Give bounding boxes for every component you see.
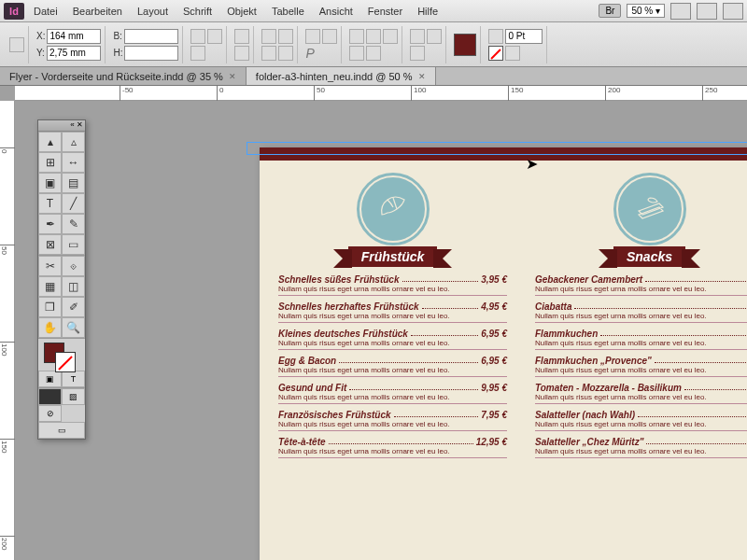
flip-h-icon[interactable] xyxy=(261,46,276,61)
menu-objekt[interactable]: Objekt xyxy=(219,3,264,20)
wrap-next-icon[interactable] xyxy=(366,46,381,61)
wrap-shape-icon[interactable] xyxy=(383,29,398,44)
stroke-weight-field[interactable] xyxy=(505,29,543,44)
zoom-tool[interactable]: 🔍 xyxy=(62,317,85,338)
x-field[interactable] xyxy=(47,29,101,44)
h-field[interactable] xyxy=(124,46,178,61)
document-tab[interactable]: Flyer - Vorderseite und Rückseite.indd @… xyxy=(0,67,247,85)
pencil-tool[interactable]: ✎ xyxy=(62,214,85,234)
item-desc: Nullam quis risus eget urna mollis ornar… xyxy=(535,393,747,401)
scale-link-icon[interactable] xyxy=(207,29,222,44)
scale-x-icon[interactable] xyxy=(190,29,205,44)
stroke-none-icon[interactable] xyxy=(488,46,503,61)
close-icon[interactable]: ✕ xyxy=(229,72,236,81)
hand-tool[interactable]: ✋ xyxy=(38,317,62,338)
apply-gradient-icon[interactable]: ▨ xyxy=(62,388,85,405)
wrap-jump-icon[interactable] xyxy=(349,46,364,61)
gradient-swatch-tool[interactable]: ▦ xyxy=(38,276,62,297)
reference-point-icon[interactable] xyxy=(9,37,24,52)
menu-ansicht[interactable]: Ansicht xyxy=(312,3,360,20)
item-price: 7,95 € xyxy=(481,410,507,420)
content-icon[interactable] xyxy=(322,29,337,44)
rectangle-tool[interactable]: ▭ xyxy=(62,234,85,255)
wrap-none-icon[interactable] xyxy=(349,29,364,44)
rotate-cw-icon[interactable] xyxy=(261,29,276,44)
gradient-feather-tool[interactable]: ◫ xyxy=(62,276,85,297)
section-title: Snacks xyxy=(613,246,685,267)
arrange-icon[interactable] xyxy=(723,3,743,20)
y-field[interactable] xyxy=(47,46,101,61)
stroke-style-icon[interactable] xyxy=(505,46,520,61)
w-field[interactable] xyxy=(124,29,178,44)
menu-item: Französisches Frühstück7,95 €Nullam quis… xyxy=(278,410,507,431)
close-icon[interactable]: ✕ xyxy=(418,72,426,81)
scissors-tool[interactable]: ✂ xyxy=(38,256,62,276)
fill-swatch[interactable] xyxy=(454,34,476,56)
paragraph-style-icon[interactable]: P xyxy=(305,46,314,61)
shear-icon[interactable] xyxy=(234,46,249,61)
selection-tool[interactable]: ▴ xyxy=(38,132,62,152)
apply-color-icon[interactable] xyxy=(38,388,62,405)
stroke-color-icon[interactable] xyxy=(55,352,76,372)
item-desc: Nullam quis risus eget urna mollis ornar… xyxy=(278,366,507,374)
opacity-icon[interactable] xyxy=(410,46,425,61)
container-icon[interactable] xyxy=(305,29,320,44)
w-label: B: xyxy=(113,31,121,41)
document-tab[interactable]: folder-a3-hinten_neu.indd @ 50 %✕ xyxy=(247,67,436,85)
section-title: Frühstück xyxy=(348,246,438,267)
rectangle-frame-tool[interactable]: ⊠ xyxy=(38,234,62,255)
menu-bearbeiten[interactable]: Bearbeiten xyxy=(65,3,130,20)
tools-panel: « ✕ ▴ ▵ ⊞ ↔ ▣ ▤ T ╱ ✒ ✎ ⊠ ▭ ✂ ⟐ ▦ ◫ ❐ ✐ … xyxy=(37,119,86,440)
fill-stroke-swatch[interactable] xyxy=(38,339,85,371)
panel-grip[interactable]: « ✕ xyxy=(38,120,85,132)
free-transform-tool[interactable]: ⟐ xyxy=(62,256,85,276)
zoom-field[interactable]: 50 % ▾ xyxy=(627,4,665,18)
rotate-ccw-icon[interactable] xyxy=(278,29,293,44)
menu-column-left: Frühstück Schnelles süßes Frühstück3,95 … xyxy=(278,175,507,464)
item-name: Gesund und Fit xyxy=(278,383,346,393)
type-tool[interactable]: T xyxy=(38,193,62,214)
stroke-weight-icon xyxy=(488,29,503,44)
item-price: 9,95 € xyxy=(481,383,507,393)
pen-tool[interactable]: ✒ xyxy=(38,214,62,234)
note-tool[interactable]: ❐ xyxy=(38,297,62,317)
item-desc: Nullam quis risus eget urna mollis ornar… xyxy=(278,312,507,320)
ruler-horizontal[interactable]: -50050100150200250 xyxy=(15,86,747,101)
wrap-bound-icon[interactable] xyxy=(366,29,381,44)
selection-frame[interactable] xyxy=(247,142,747,155)
scale-y-icon[interactable] xyxy=(190,46,205,61)
menu-tabelle[interactable]: Tabelle xyxy=(264,3,312,20)
item-price: 6,95 € xyxy=(481,329,507,339)
bridge-button[interactable]: Br xyxy=(599,4,621,18)
workspace[interactable]: « ✕ ▴ ▵ ⊞ ↔ ▣ ▤ T ╱ ✒ ✎ ⊠ ▭ ✂ ⟐ ▦ ◫ ❐ ✐ … xyxy=(15,101,747,560)
flip-v-icon[interactable] xyxy=(278,46,293,61)
menu-datei[interactable]: Datei xyxy=(26,3,65,20)
ruler-vertical[interactable]: 050100150200 xyxy=(0,101,15,560)
gap-tool[interactable]: ↔ xyxy=(62,152,85,173)
page-tool[interactable]: ⊞ xyxy=(38,152,62,173)
corner-icon[interactable] xyxy=(410,29,425,44)
formatting-text-icon[interactable]: T xyxy=(62,371,85,387)
item-desc: Nullam quis risus eget urna mollis ornar… xyxy=(535,285,747,293)
menu-layout[interactable]: Layout xyxy=(130,3,176,20)
eyedropper-tool[interactable]: ✐ xyxy=(62,297,85,317)
item-price: 6,95 € xyxy=(481,356,507,366)
document-page[interactable]: Frühstück Schnelles süßes Frühstück3,95 … xyxy=(260,147,747,560)
effects-icon[interactable] xyxy=(427,29,442,44)
menu-schrift[interactable]: Schrift xyxy=(176,3,219,20)
h-label: H: xyxy=(113,48,122,58)
line-tool[interactable]: ╱ xyxy=(62,193,85,214)
rotate-icon[interactable] xyxy=(234,29,249,44)
menu-fenster[interactable]: Fenster xyxy=(360,3,410,20)
apply-none-icon[interactable]: ⊘ xyxy=(38,405,62,422)
view-mode-icon[interactable]: ▭ xyxy=(38,422,85,439)
content-placer-tool[interactable]: ▤ xyxy=(62,173,85,193)
content-collector-tool[interactable]: ▣ xyxy=(38,173,62,193)
screen-mode-icon[interactable] xyxy=(697,3,717,20)
formatting-container-icon[interactable]: ▣ xyxy=(38,371,62,387)
direct-selection-tool[interactable]: ▵ xyxy=(62,132,85,152)
menu-hilfe[interactable]: Hilfe xyxy=(410,3,445,20)
view-options-icon[interactable] xyxy=(670,3,691,20)
item-name: Salatteller „Chez Müritz" xyxy=(535,437,643,447)
menu-item: Schnelles herzhaftes Frühstück4,95 €Null… xyxy=(278,301,507,323)
